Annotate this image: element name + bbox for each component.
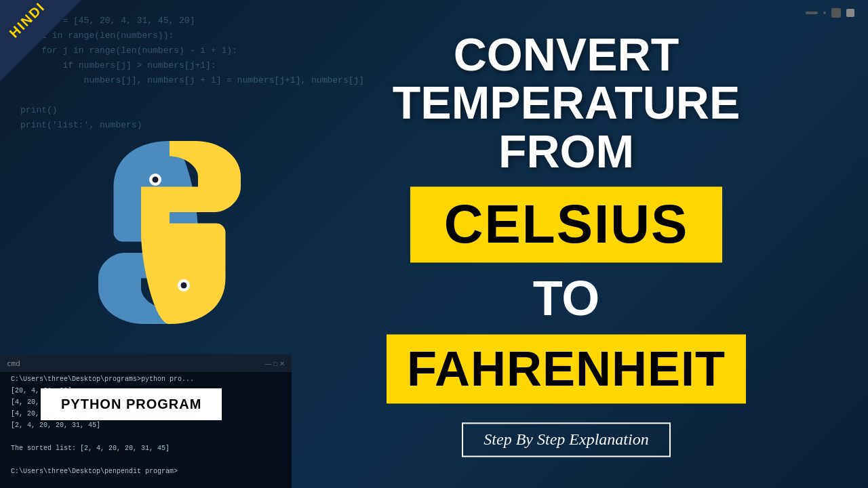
hindi-badge: HINDI — [0, 0, 88, 88]
python-logo-svg — [68, 131, 271, 334]
celsius-badge: CELSIUS — [410, 187, 723, 263]
window-controls — [806, 8, 854, 18]
terminal-bar: cmd — □ ✕ — [0, 354, 292, 372]
fahrenheit-badge: FAHRENHEIT — [387, 335, 746, 404]
terminal-controls: — □ ✕ — [264, 360, 285, 367]
title-line2: FROM — [498, 125, 634, 177]
step-explanation-text: Step By Step Explanation — [484, 431, 648, 449]
fahrenheit-text: FAHRENHEIT — [407, 342, 726, 396]
background: numbers = [45, 20, 4, 31, 45, 20] for i … — [0, 0, 868, 488]
python-logo-area — [54, 117, 285, 348]
step-explanation-box: Step By Step Explanation — [462, 423, 670, 458]
terminal-panel: cmd — □ ✕ C:\Users\three\Desktop\program… — [0, 354, 292, 488]
convert-temperature-from-title: CONVERT TEMPERATURE FROM — [285, 30, 848, 176]
terminal-bar-text: cmd — [7, 359, 20, 368]
svg-point-3 — [181, 283, 187, 289]
python-program-text: PYTHON PROGRAM — [61, 396, 201, 411]
svg-point-1 — [153, 177, 159, 183]
python-program-label: PYTHON PROGRAM — [41, 388, 222, 420]
main-title-area: CONVERT TEMPERATURE FROM CELSIUS TO FAHR… — [285, 30, 848, 457]
celsius-text: CELSIUS — [444, 195, 689, 255]
to-label: TO — [533, 271, 600, 327]
title-line1: CONVERT TEMPERATURE — [393, 28, 741, 128]
